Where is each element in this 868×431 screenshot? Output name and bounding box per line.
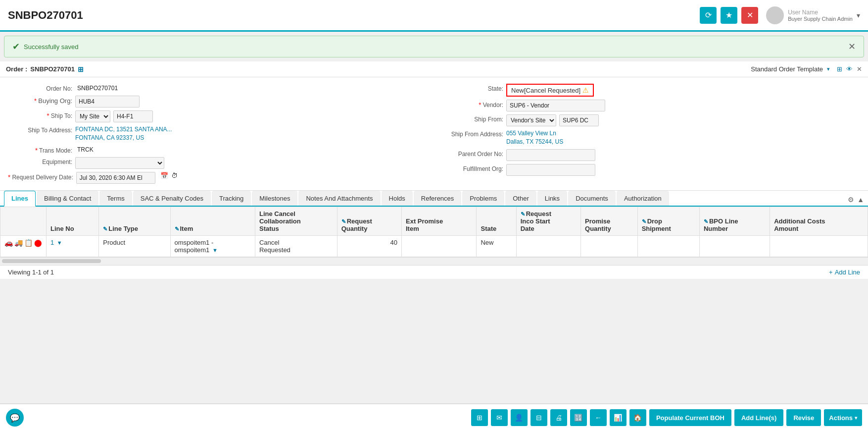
scrollbar-track[interactable] xyxy=(2,259,101,263)
toolbar-email-button[interactable]: ✉ xyxy=(491,409,508,426)
parent-order-row: Parent Order No: xyxy=(439,148,860,162)
add-lines-button[interactable]: Add Line(s) xyxy=(734,409,784,426)
clock-icon[interactable]: ⏱ xyxy=(171,172,178,179)
vendor-input[interactable] xyxy=(506,100,605,111)
form-area: Order No: SNBPO270701 * Buying Org: * Sh… xyxy=(0,77,868,191)
trans-mode-label: * Trans Mode: xyxy=(8,145,72,154)
tab-other[interactable]: Other xyxy=(505,191,536,206)
equipment-select[interactable] xyxy=(75,157,164,169)
toolbar-back-button[interactable]: ← xyxy=(590,409,607,426)
success-icon: ✔ xyxy=(12,41,20,52)
item-edit-icon[interactable]: ✎ xyxy=(175,226,179,232)
tab-notes-attachments[interactable]: Notes And Attachments xyxy=(298,191,380,206)
page-title: SNBPO270701 xyxy=(8,9,83,22)
request-qty-cell: 40 xyxy=(337,235,401,257)
tab-holds[interactable]: Holds xyxy=(382,191,413,206)
buying-org-row: * Buying Org: xyxy=(8,94,429,109)
refresh-button[interactable]: ⟳ xyxy=(700,7,717,24)
drop-ship-edit-icon[interactable]: ✎ xyxy=(642,218,646,224)
order-no-row: Order No: SNBPO270701 xyxy=(8,82,429,94)
state-cell: New xyxy=(477,235,516,257)
avatar xyxy=(766,6,784,24)
state-box: New[Cancel Requested] ⚠ xyxy=(506,84,594,97)
table-header-row: Line No ✎Line Type ✎Item Line CancelColl… xyxy=(0,207,868,235)
tab-milestones[interactable]: Milestones xyxy=(252,191,297,206)
ship-from-input[interactable] xyxy=(559,114,599,126)
tab-settings-icon[interactable]: ⚙ xyxy=(848,196,854,204)
template-dropdown[interactable]: ▾ xyxy=(827,66,830,72)
request-delivery-input[interactable] xyxy=(76,172,155,184)
copy-icon[interactable]: ⊞ xyxy=(78,65,84,73)
toolbar-print-button[interactable]: 🖨 xyxy=(550,409,567,426)
line-no-flag: ▼ xyxy=(57,240,62,246)
populate-boh-button[interactable]: Populate Current BOH xyxy=(649,409,731,426)
tab-lines[interactable]: Lines xyxy=(4,191,36,207)
request-delivery-label: * Request Delivery Date: xyxy=(8,172,73,181)
actions-button[interactable]: Actions ▾ xyxy=(824,409,862,426)
toolbar-home-button[interactable]: 🏠 xyxy=(629,409,646,426)
row-icons-cell: 🚗 🚚 📋 ⬤ xyxy=(0,235,47,257)
success-message: ✔ Successfully saved xyxy=(12,41,79,52)
col-request-inco: ✎RequestInco StartDate xyxy=(516,207,580,235)
template-close-icon[interactable]: ✕ xyxy=(857,65,862,73)
chat-button[interactable]: 💬 xyxy=(6,409,24,427)
user-dropdown-arrow[interactable]: ▾ xyxy=(857,11,860,19)
ship-from-select[interactable]: Vendor's Site xyxy=(506,114,556,126)
line-type-edit-icon[interactable]: ✎ xyxy=(103,226,107,232)
toolbar-user-button[interactable]: 👤 xyxy=(511,409,528,426)
tab-links[interactable]: Links xyxy=(537,191,567,206)
horizontal-scrollbar[interactable] xyxy=(0,257,868,265)
ship-to-label: * Ship To: xyxy=(8,110,72,119)
toolbar-layout-button[interactable]: ⊟ xyxy=(530,409,547,426)
trans-mode-row: * Trans Mode: TRCK xyxy=(8,144,429,156)
order-bar: Order : SNBPO270701 ⊞ Standard Order Tem… xyxy=(0,61,868,77)
tab-sac-penalty-codes[interactable]: SAC & Penalty Codes xyxy=(133,191,211,206)
tab-billing-contact[interactable]: Billing & Contact xyxy=(37,191,98,206)
toolbar-calculator-button[interactable]: 🔢 xyxy=(570,409,587,426)
bpo-edit-icon[interactable]: ✎ xyxy=(704,218,708,224)
order-bar-left: Order : SNBPO270701 ⊞ xyxy=(6,65,84,73)
user-name: User Name xyxy=(788,9,853,16)
ship-to-select[interactable]: My Site xyxy=(75,110,110,122)
parent-order-input[interactable] xyxy=(506,149,595,161)
actions-label: Actions xyxy=(829,414,853,422)
tab-tracking[interactable]: Tracking xyxy=(212,191,251,206)
template-view-icon[interactable]: 👁 xyxy=(846,65,853,73)
tab-action-icons: ⚙ ▲ xyxy=(848,196,864,204)
ship-to-address-value: FONTANA DC, 13521 SANTA ANA...FONTANA, C… xyxy=(75,125,172,142)
order-no-label: Order No: xyxy=(8,84,72,92)
line-no-link[interactable]: 1 xyxy=(50,239,54,246)
template-copy-icon[interactable]: ⊞ xyxy=(837,65,842,73)
viewing-label: Viewing 1-1 of 1 xyxy=(8,269,54,276)
tab-problems[interactable]: Problems xyxy=(462,191,504,206)
lines-table: Line No ✎Line Type ✎Item Line CancelColl… xyxy=(0,207,868,257)
add-line-button[interactable]: + Add Line xyxy=(829,269,860,276)
fulfillment-org-input[interactable] xyxy=(506,164,595,176)
warning-icon: ⚠ xyxy=(582,86,589,94)
toolbar-chart-button[interactable]: 📊 xyxy=(610,409,627,426)
line-no-cell: 1 ▼ xyxy=(47,235,99,257)
vendor-label: * Vendor: xyxy=(439,100,503,108)
revise-button[interactable]: Revise xyxy=(786,409,821,426)
close-button[interactable]: ✕ xyxy=(741,7,758,24)
tab-collapse-icon[interactable]: ▲ xyxy=(857,196,864,204)
request-qty-edit-icon[interactable]: ✎ xyxy=(341,218,346,224)
tab-references[interactable]: References xyxy=(414,191,461,206)
table-row: 🚗 🚚 📋 ⬤ 1 ▼ Product omspoitem1 -omspoite… xyxy=(0,235,868,257)
calendar-icon[interactable]: 📅 xyxy=(160,172,168,179)
tab-documents[interactable]: Documents xyxy=(568,191,616,206)
ship-to-input[interactable] xyxy=(113,110,153,122)
buying-org-input[interactable] xyxy=(75,96,140,108)
close-banner-button[interactable]: ✕ xyxy=(848,41,856,52)
actions-arrow: ▾ xyxy=(855,415,857,421)
item-flag: ▼ xyxy=(212,247,218,253)
top-header: SNBPO270701 ⟳ ★ ✕ User Name Buyer Supply… xyxy=(0,0,868,32)
tab-authorization[interactable]: Authorization xyxy=(617,191,669,206)
tab-terms[interactable]: Terms xyxy=(99,191,132,206)
toolbar-copy-button[interactable]: ⊞ xyxy=(471,409,488,426)
order-label: Order : xyxy=(6,65,27,73)
star-button[interactable]: ★ xyxy=(721,7,737,24)
request-inco-edit-icon[interactable]: ✎ xyxy=(521,211,525,217)
col-line-type: ✎Line Type xyxy=(99,207,170,235)
form-left: Order No: SNBPO270701 * Buying Org: * Sh… xyxy=(8,82,429,185)
